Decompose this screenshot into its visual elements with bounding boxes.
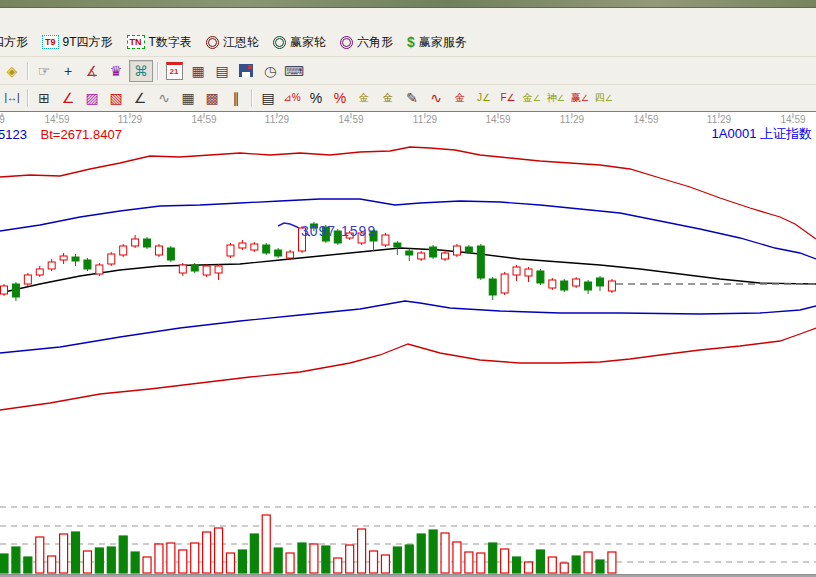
time-tick-label: 11:29 xyxy=(560,114,584,125)
gold-lines-icon[interactable]: 金 xyxy=(377,88,399,108)
calendar-icon[interactable]: 21 xyxy=(163,61,185,81)
dark-red-ring-icon xyxy=(206,36,219,49)
square-plan-icon[interactable]: ⊞ xyxy=(33,88,55,108)
volume-bar xyxy=(203,532,211,573)
time-tick-label: 11:29 xyxy=(265,114,289,125)
candle-body xyxy=(108,254,115,264)
time-tick-label: 11:29 xyxy=(707,114,731,125)
bar-count: 5123 xyxy=(0,127,27,142)
hand-pan-icon[interactable]: ☞ xyxy=(33,61,55,81)
four-angle-icon[interactable]: 四∠ xyxy=(593,88,615,108)
wave-band-icon[interactable]: ∿ xyxy=(425,88,447,108)
percent-slash-icon[interactable]: ⊿% xyxy=(281,88,303,108)
candle-body xyxy=(418,253,425,259)
zigzag-icon[interactable]: ∿ xyxy=(153,88,175,108)
fan-box2-icon[interactable]: ▧ xyxy=(105,88,127,108)
candle-body xyxy=(48,262,55,269)
candle-body xyxy=(227,245,234,256)
t-number-table-tool[interactable]: TNT数字表 xyxy=(127,34,192,51)
percent-icon[interactable]: % xyxy=(305,88,327,108)
winner-wheel-tool[interactable]: 赢家轮 xyxy=(273,34,326,51)
toolbar-separator xyxy=(251,89,253,107)
t9-icon: T9 xyxy=(42,35,59,49)
j-angle-icon[interactable]: J∠ xyxy=(473,88,495,108)
candle-body xyxy=(382,235,389,245)
volume-bar xyxy=(560,563,568,573)
brain-analysis-icon[interactable]: ⌘ xyxy=(129,60,153,82)
volume-bar xyxy=(393,547,401,573)
volume-bar xyxy=(584,552,592,573)
computer-print-icon[interactable]: ⌨ xyxy=(283,61,305,81)
calculator-icon[interactable]: ▦ xyxy=(187,61,209,81)
candle-body xyxy=(12,284,19,297)
percent-line-icon[interactable]: % xyxy=(329,88,351,108)
angle-lines-icon-glyph: ∠ xyxy=(134,91,147,105)
purple-ring-icon xyxy=(340,36,353,49)
save-floppy-icon[interactable] xyxy=(235,61,257,81)
gold-coin-icon[interactable]: 金 xyxy=(353,88,375,108)
candle-body xyxy=(144,239,151,247)
angle-measure-icon[interactable]: ∡ xyxy=(81,61,103,81)
square-tool[interactable]: 四方形 xyxy=(0,34,28,51)
red-fan-icon[interactable]: ∠ xyxy=(57,88,79,108)
notepad-icon-glyph: ▤ xyxy=(215,64,228,78)
grid-red-icon[interactable]: ▩ xyxy=(201,88,223,108)
fan-box-icon-glyph: ▨ xyxy=(85,91,98,105)
volume-bar xyxy=(215,528,223,573)
parallel-lines-icon[interactable]: ∥ xyxy=(225,88,247,108)
candle-body xyxy=(549,280,556,288)
compass-diamond-icon[interactable]: ◈ xyxy=(1,61,23,81)
toolbar-main: 四方形T99T四方形TNT数字表江恩轮赢家轮六角形$赢家服务 xyxy=(0,28,816,57)
volume-bar xyxy=(262,515,270,573)
gann-wheel-tool[interactable]: 江恩轮 xyxy=(206,34,259,51)
candle-body xyxy=(275,250,282,256)
hexagon-tool[interactable]: 六角形 xyxy=(340,34,393,51)
volume-bar xyxy=(0,554,8,573)
notepad-icon[interactable]: ▤ xyxy=(211,61,233,81)
angle-lines-icon[interactable]: ∠ xyxy=(129,88,151,108)
candle-body xyxy=(597,278,604,286)
grid-icon[interactable]: ▦ xyxy=(177,88,199,108)
width-measure-icon[interactable]: |↔| xyxy=(1,88,23,108)
volume-bar xyxy=(608,552,616,573)
candle-body xyxy=(132,239,139,246)
volume-bar xyxy=(548,557,556,573)
win-angle-icon[interactable]: 赢∠ xyxy=(569,88,591,108)
volume-bar xyxy=(155,544,163,573)
volume-bar xyxy=(322,546,330,573)
crosshair-icon[interactable]: + xyxy=(57,61,79,81)
f-angle-icon[interactable]: F∠ xyxy=(497,88,519,108)
chart-info-left: 5123 Bt=2671.8407 xyxy=(0,127,122,142)
candle-body xyxy=(215,266,222,273)
volume-bar xyxy=(72,532,80,573)
level-list-icon[interactable]: ▤ xyxy=(257,88,279,108)
clock-globe-icon[interactable]: ◷ xyxy=(259,61,281,81)
candlestick-chart[interactable] xyxy=(0,112,816,574)
chart-panel[interactable]: 914:5911:2914:5911:2914:5911:2914:5911:2… xyxy=(0,111,816,574)
candle-body xyxy=(442,253,449,259)
volume-bar xyxy=(119,536,127,573)
shen-angle-icon-glyph: 神∠ xyxy=(547,93,565,103)
winner-wheel-tool-label: 赢家轮 xyxy=(290,34,326,51)
volume-bar xyxy=(524,562,532,573)
nine-t-square-tool[interactable]: T99T四方形 xyxy=(42,34,113,51)
gold-red-icon[interactable]: 金 xyxy=(449,88,471,108)
fan-box-icon[interactable]: ▨ xyxy=(81,88,103,108)
toolbar-icons: ◈☞+∡♛⌘21▦▤◷⌨ xyxy=(0,57,816,85)
volume-bar xyxy=(226,553,234,573)
hand-pan-icon-glyph: ☞ xyxy=(38,64,51,78)
grid-red-icon-glyph: ▩ xyxy=(205,91,218,105)
red-lower-band xyxy=(0,328,816,410)
t-number-table-tool-label: T数字表 xyxy=(149,34,192,51)
anchor-mark-icon[interactable]: ♛ xyxy=(105,61,127,81)
candle-body xyxy=(239,243,246,248)
volume-bar xyxy=(513,557,521,573)
volume-bar xyxy=(83,551,91,573)
winner-service[interactable]: $赢家服务 xyxy=(407,34,467,51)
gold-lines-icon-glyph: 金 xyxy=(383,93,393,103)
shen-angle-icon[interactable]: 神∠ xyxy=(545,88,567,108)
ink-brush-icon[interactable]: ✎ xyxy=(401,88,423,108)
candle-body xyxy=(287,252,294,258)
gold-angle-icon[interactable]: 金∠ xyxy=(521,88,543,108)
toolbar-separator xyxy=(27,89,29,107)
